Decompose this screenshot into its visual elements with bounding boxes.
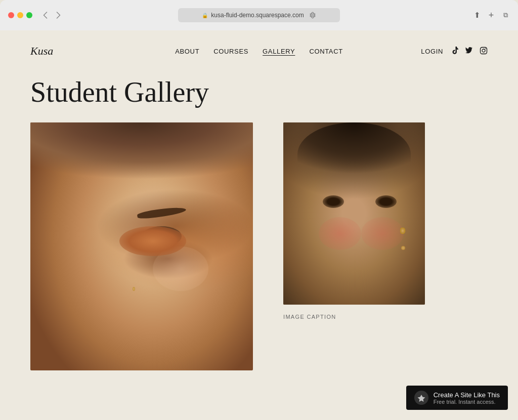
svg-point-4 <box>482 49 485 52</box>
maximize-button[interactable] <box>26 12 32 18</box>
browser-controls <box>40 11 63 20</box>
new-tab-button[interactable]: + <box>487 11 496 20</box>
instagram-icon[interactable] <box>480 47 488 56</box>
lock-icon: 🔒 <box>202 13 208 18</box>
ss-badge-title: Create A Site Like This <box>434 391 500 399</box>
ss-badge-text: Create A Site Like This Free trial. Inst… <box>434 391 500 405</box>
social-links <box>451 47 488 56</box>
website: Kusa ABOUT COURSES GALLERY CONTACT LOGIN <box>0 30 518 420</box>
address-bar-container: 🔒 kusa-fluid-demo.squarespace.com <box>178 8 340 22</box>
svg-point-5 <box>485 48 486 49</box>
nav-courses[interactable]: COURSES <box>213 48 248 55</box>
page-title: Student Gallery <box>30 77 488 108</box>
nav-gallery[interactable]: GALLERY <box>263 48 295 55</box>
nav-about[interactable]: ABOUT <box>175 48 199 55</box>
main-content: Student Gallery <box>0 72 518 370</box>
minimize-button[interactable] <box>17 12 23 18</box>
gallery-image-left[interactable] <box>30 122 253 370</box>
twitter-icon[interactable] <box>465 47 473 56</box>
gallery-image-right[interactable] <box>283 122 425 305</box>
gallery-right-column: IMAGE CAPTION <box>283 122 425 320</box>
ss-badge-subtitle: Free trial. Instant access. <box>434 399 500 405</box>
nav-right: LOGIN <box>421 47 488 56</box>
squarespace-badge[interactable]: Create A Site Like This Free trial. Inst… <box>406 386 508 410</box>
ss-badge-icon <box>414 391 428 405</box>
close-button[interactable] <box>8 12 14 18</box>
browser-chrome: 🔒 kusa-fluid-demo.squarespace.com ⬆ + ⧉ <box>0 0 518 30</box>
back-button[interactable] <box>40 11 50 20</box>
tabs-button[interactable]: ⧉ <box>501 11 510 20</box>
traffic-lights <box>8 12 32 18</box>
tiktok-icon[interactable] <box>451 47 459 56</box>
forward-button[interactable] <box>54 11 63 20</box>
url-text: kusa-fluid-demo.squarespace.com <box>211 12 304 19</box>
gallery-grid: IMAGE CAPTION <box>30 122 488 370</box>
nav-links: ABOUT COURSES GALLERY CONTACT <box>175 48 343 55</box>
address-bar[interactable]: 🔒 kusa-fluid-demo.squarespace.com <box>178 8 340 22</box>
navigation: Kusa ABOUT COURSES GALLERY CONTACT LOGIN <box>0 30 518 72</box>
site-logo[interactable]: Kusa <box>30 45 53 58</box>
share-button[interactable]: ⬆ <box>472 11 482 20</box>
image-caption: IMAGE CAPTION <box>283 314 425 320</box>
login-link[interactable]: LOGIN <box>421 48 443 55</box>
browser-actions: ⬆ + ⧉ <box>472 11 510 20</box>
nav-contact[interactable]: CONTACT <box>309 48 342 55</box>
